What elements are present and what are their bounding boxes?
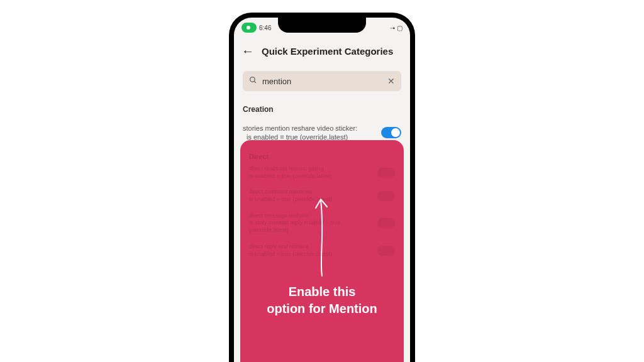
option-title: stories mention reshare video sticker: xyxy=(243,124,375,133)
page-title: Quick Experiment Categories xyxy=(262,46,393,57)
toggle-stories-mention[interactable] xyxy=(381,127,401,138)
phone-screen: 6:46 ▫▪ ▢ ← Quick Experiment Categories … xyxy=(234,18,410,362)
svg-line-1 xyxy=(254,81,256,83)
search-icon xyxy=(249,76,257,86)
section-label-creation: Creation xyxy=(234,95,410,118)
back-arrow-icon[interactable]: ← xyxy=(242,44,254,58)
phone-frame: 6:46 ▫▪ ▢ ← Quick Experiment Categories … xyxy=(229,13,415,362)
recording-indicator xyxy=(242,23,257,33)
search-input[interactable] xyxy=(262,77,382,86)
search-box[interactable]: ✕ xyxy=(243,71,401,91)
recording-dot-icon xyxy=(247,26,250,30)
svg-point-0 xyxy=(250,77,255,82)
signal-icon: ▫▪ xyxy=(391,25,395,31)
battery-icon: ▢ xyxy=(397,25,402,31)
phone-notch xyxy=(278,18,366,33)
overlay-instruction-text: Enable this option for Mention xyxy=(267,283,377,317)
instruction-overlay: Direct direct reactions feature gatingis… xyxy=(240,140,404,362)
option-text: stories mention reshare video sticker: i… xyxy=(243,124,375,142)
clear-search-icon[interactable]: ✕ xyxy=(387,76,395,86)
ghost-background-items: Direct direct reactions feature gatingis… xyxy=(249,153,395,266)
app-header: ← Quick Experiment Categories xyxy=(234,38,410,67)
status-time: 6:46 xyxy=(259,25,271,31)
status-right: ▫▪ ▢ xyxy=(391,25,402,31)
status-left: 6:46 xyxy=(242,23,271,33)
